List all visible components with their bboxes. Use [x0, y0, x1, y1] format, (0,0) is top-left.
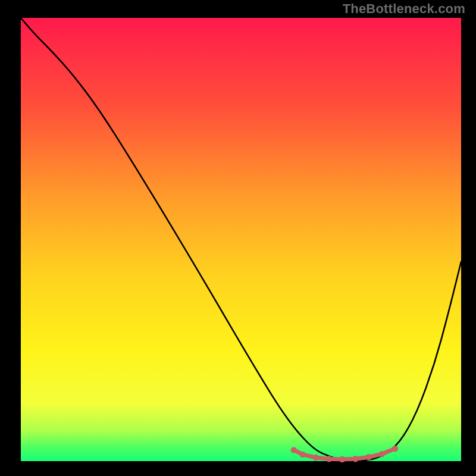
svg-line-13: [372, 455, 378, 456]
svg-line-11: [359, 458, 365, 458]
svg-line-1: [296, 451, 300, 453]
svg-line-15: [385, 450, 392, 452]
gradient-plot-area: [21, 18, 461, 461]
chart-svg: [0, 0, 476, 476]
svg-line-5: [319, 458, 325, 459]
svg-line-3: [306, 455, 312, 457]
chart-frame: TheBottleneck.com: [0, 0, 476, 476]
svg-point-16: [392, 446, 398, 452]
